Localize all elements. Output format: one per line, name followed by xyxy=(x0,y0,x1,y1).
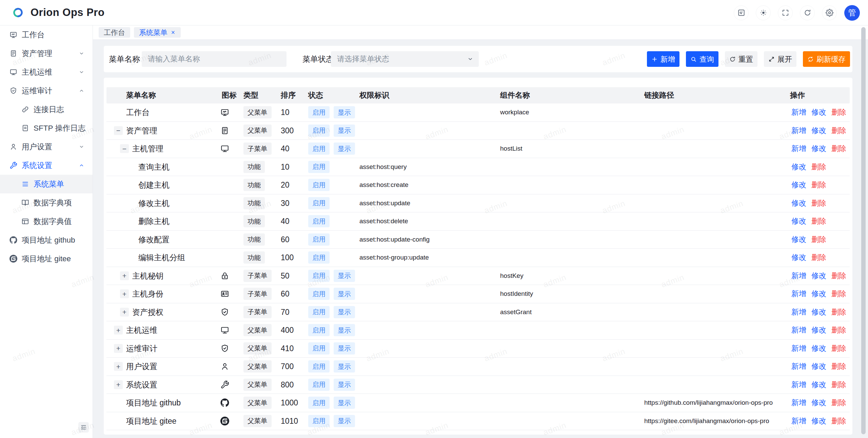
op-edit-link[interactable]: 修改 xyxy=(791,216,806,226)
sidebar-collapse-button[interactable] xyxy=(78,422,89,433)
sidebar-item-0[interactable]: 工作台 xyxy=(0,25,93,44)
op-delete-link[interactable]: 删除 xyxy=(831,271,846,281)
tab-0[interactable]: 工作台 xyxy=(99,27,130,38)
op-edit-link[interactable]: 修改 xyxy=(811,144,826,154)
sidebar-item-3[interactable]: 运维审计 xyxy=(0,81,93,100)
sidebar-item-4[interactable]: 连接日志 xyxy=(0,100,93,119)
op-edit-link[interactable]: 修改 xyxy=(811,361,826,372)
fullscreen-button[interactable] xyxy=(778,5,793,20)
collapse-row-button[interactable]: − xyxy=(120,144,129,153)
sidebar-item-10[interactable]: 数据字典值 xyxy=(0,212,93,231)
vertical-scrollbar[interactable] xyxy=(861,27,866,434)
sidebar-item-9[interactable]: 数据字典项 xyxy=(0,193,93,212)
expand-row-button[interactable]: + xyxy=(114,344,123,353)
permission-id: asset:host:update-config xyxy=(359,236,430,243)
op-edit-link[interactable]: 修改 xyxy=(811,325,826,335)
op-add-link[interactable]: 新增 xyxy=(791,107,806,117)
toolbar-button-0[interactable]: 新增 xyxy=(647,51,679,67)
toolbar-button-1[interactable]: 查询 xyxy=(686,51,718,67)
op-edit-link[interactable]: 修改 xyxy=(811,307,826,317)
sort-value: 400 xyxy=(281,326,294,335)
menu-name: 主机运维 xyxy=(126,325,157,336)
sun-button[interactable] xyxy=(756,5,771,20)
op-add-link[interactable]: 新增 xyxy=(791,361,806,372)
op-delete-link[interactable]: 删除 xyxy=(811,216,826,226)
op-edit-link[interactable]: 修改 xyxy=(811,416,826,426)
op-add-link[interactable]: 新增 xyxy=(791,380,806,390)
op-edit-link[interactable]: 修改 xyxy=(811,107,826,117)
op-delete-link[interactable]: 删除 xyxy=(811,198,826,208)
op-edit-link[interactable]: 修改 xyxy=(791,162,806,172)
menu-status-select[interactable]: 请选择菜单状态 xyxy=(331,51,479,67)
op-delete-link[interactable]: 删除 xyxy=(811,234,826,245)
sidebar-item-12[interactable]: 项目地址 gitee xyxy=(0,249,93,268)
expand-row-button[interactable]: + xyxy=(114,380,123,389)
button-label: 展开 xyxy=(777,54,792,64)
sidebar-item-1[interactable]: 资产管理 xyxy=(0,44,93,63)
avatar[interactable]: 管 xyxy=(844,5,860,21)
sidebar-item-5[interactable]: SFTP 操作日志 xyxy=(0,119,93,137)
collapse-row-button[interactable]: − xyxy=(114,126,123,135)
component-name: assetGrant xyxy=(500,308,532,316)
op-add-link[interactable]: 新增 xyxy=(791,416,806,426)
op-edit-link[interactable]: 修改 xyxy=(791,252,806,263)
op-add-link[interactable]: 新增 xyxy=(791,325,806,335)
op-edit-link[interactable]: 修改 xyxy=(791,234,806,245)
op-edit-link[interactable]: 修改 xyxy=(811,126,826,136)
op-delete-link[interactable]: 删除 xyxy=(811,252,826,263)
op-delete-link[interactable]: 删除 xyxy=(831,144,846,154)
code-button[interactable] xyxy=(734,5,749,20)
op-edit-link[interactable]: 修改 xyxy=(791,198,806,208)
op-delete-link[interactable]: 删除 xyxy=(831,380,846,390)
op-add-link[interactable]: 新增 xyxy=(791,144,806,154)
op-delete-link[interactable]: 删除 xyxy=(831,416,846,426)
gear-button[interactable] xyxy=(822,5,837,20)
toolbar-button-3[interactable]: 展开 xyxy=(764,51,796,67)
op-delete-link[interactable]: 删除 xyxy=(831,289,846,299)
op-add-link[interactable]: 新增 xyxy=(791,307,806,317)
status-tag: 启用 xyxy=(308,251,330,264)
op-delete-link[interactable]: 删除 xyxy=(831,398,846,408)
op-add-link[interactable]: 新增 xyxy=(791,271,806,281)
op-add-link[interactable]: 新增 xyxy=(791,343,806,354)
table-row-5: 修改主机功能30启用asset:host:update修改删除 xyxy=(106,194,850,213)
expand-row-button[interactable]: + xyxy=(120,271,129,280)
status-tag: 启用 xyxy=(308,197,330,209)
op-edit-link[interactable]: 修改 xyxy=(791,180,806,190)
op-delete-link[interactable]: 删除 xyxy=(831,307,846,317)
op-edit-link[interactable]: 修改 xyxy=(811,271,826,281)
sidebar-item-7[interactable]: 系统设置 xyxy=(0,156,93,175)
toolbar-button-4[interactable]: 刷新缓存 xyxy=(803,51,850,67)
menu-name-input[interactable] xyxy=(142,51,287,67)
sidebar-item-2[interactable]: 主机运维 xyxy=(0,63,93,81)
chevron-down-icon xyxy=(79,144,84,150)
toolbar-button-2[interactable]: 重置 xyxy=(725,51,757,67)
op-edit-link[interactable]: 修改 xyxy=(811,398,826,408)
code-icon xyxy=(737,9,745,17)
op-delete-link[interactable]: 删除 xyxy=(831,126,846,136)
op-delete-link[interactable]: 删除 xyxy=(811,162,826,172)
op-delete-link[interactable]: 删除 xyxy=(831,107,846,117)
expand-row-button[interactable]: + xyxy=(114,362,123,371)
op-add-link[interactable]: 新增 xyxy=(791,126,806,136)
refresh-button[interactable] xyxy=(800,5,815,20)
op-edit-link[interactable]: 修改 xyxy=(811,289,826,299)
op-edit-link[interactable]: 修改 xyxy=(811,380,826,390)
op-add-link[interactable]: 新增 xyxy=(791,398,806,408)
user-icon xyxy=(220,362,229,371)
op-delete-link[interactable]: 删除 xyxy=(831,361,846,372)
sidebar-item-8[interactable]: 系统菜单 xyxy=(0,175,93,193)
op-add-link[interactable]: 新增 xyxy=(791,289,806,299)
expand-row-button[interactable]: + xyxy=(114,326,123,335)
close-icon[interactable] xyxy=(171,30,176,35)
expand-row-button[interactable]: + xyxy=(120,308,129,317)
op-delete-link[interactable]: 删除 xyxy=(811,180,826,190)
expand-row-button[interactable]: + xyxy=(120,289,129,298)
op-delete-link[interactable]: 删除 xyxy=(831,325,846,335)
sidebar-item-6[interactable]: 用户设置 xyxy=(0,137,93,156)
app-logo[interactable]: Orion Ops Pro xyxy=(10,5,104,20)
op-delete-link[interactable]: 删除 xyxy=(831,343,846,354)
op-edit-link[interactable]: 修改 xyxy=(811,343,826,354)
sidebar-item-11[interactable]: 项目地址 github xyxy=(0,231,93,249)
tab-1[interactable]: 系统菜单 xyxy=(134,27,181,38)
